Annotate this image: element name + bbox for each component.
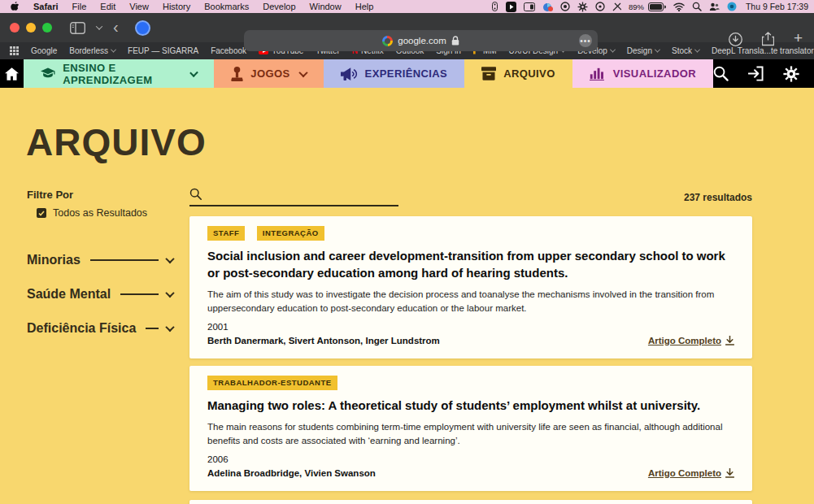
tag-integracao[interactable]: INTEGRAÇÃO: [257, 226, 324, 241]
target-status-icon[interactable]: [560, 2, 570, 11]
article-year: 2006: [207, 454, 734, 464]
filter-sidebar: Filtre Por Todos as Resultados Minorias …: [27, 189, 173, 336]
window-controls: [0, 23, 52, 33]
search-row: 237 resultados: [189, 185, 752, 206]
article-abstract: The main reasons for students combining …: [207, 420, 734, 449]
app-status-icon[interactable]: [727, 2, 737, 11]
frequently-visited-icon[interactable]: [10, 46, 19, 56]
bookmark-design[interactable]: Design: [627, 46, 659, 55]
all-results-checkbox-row[interactable]: Todos as Resultados: [37, 207, 173, 219]
bookmark-deepl[interactable]: DeepL Transla...te translator: [712, 46, 814, 55]
results-area: 237 resultados STAFF INTEGRAÇÃO Social i…: [189, 185, 752, 504]
bookmark-facebook[interactable]: Facebook: [211, 46, 246, 55]
menu-file[interactable]: File: [72, 2, 87, 11]
settings-status-icon[interactable]: [577, 2, 588, 11]
macos-menubar: Safari File Edit View History Bookmarks …: [0, 0, 814, 13]
article-card: GÉNERO: [189, 500, 752, 504]
search-icon[interactable]: [713, 66, 729, 81]
bookmark-borderless[interactable]: Borderless: [69, 46, 115, 55]
menu-edit[interactable]: Edit: [100, 2, 115, 11]
sign-in-icon[interactable]: [748, 66, 764, 81]
nav-experiencias[interactable]: EXPERIÊNCIAS: [324, 59, 465, 88]
apple-logo-icon[interactable]: [11, 2, 20, 11]
lock-icon: [451, 36, 459, 46]
chevron-down-icon[interactable]: [165, 254, 174, 263]
divider-line: [120, 293, 159, 295]
menu-app-name[interactable]: Safari: [33, 2, 59, 11]
filter-saude-mental[interactable]: Saúde Mental: [27, 287, 173, 302]
screenshot-app-icon[interactable]: [506, 2, 516, 11]
menu-help[interactable]: Help: [355, 2, 374, 11]
bar-chart-icon: [590, 67, 606, 80]
record-status-icon[interactable]: [595, 2, 605, 11]
home-button[interactable]: [0, 59, 24, 88]
nav-jogos[interactable]: JOGOS: [214, 59, 323, 88]
results-count: 237 resultados: [684, 192, 752, 203]
new-tab-button[interactable]: +: [794, 30, 803, 46]
chevron-down-icon[interactable]: [165, 289, 174, 298]
search-icon[interactable]: [189, 188, 202, 201]
minimize-window-button[interactable]: [26, 23, 36, 33]
full-article-link[interactable]: Artigo Completo: [648, 468, 734, 478]
chevron-down-icon: [694, 47, 700, 53]
article-year: 2001: [207, 322, 734, 332]
bookmark-stock[interactable]: Stock: [672, 46, 699, 55]
tag-trabalhador-estudante[interactable]: TRABALHADOR-ESTUDANTE: [207, 376, 337, 390]
address-bar[interactable]: google.com •••: [244, 30, 598, 51]
all-results-label: Todos as Resultados: [53, 207, 147, 219]
menu-history[interactable]: History: [163, 2, 190, 11]
battery-percent: 89%: [629, 2, 644, 11]
sidebar-toggle-icon[interactable]: [70, 23, 85, 33]
google-favicon: [382, 36, 393, 46]
filter-minorias[interactable]: Minorias: [27, 253, 173, 267]
menu-develop[interactable]: Develop: [263, 2, 295, 11]
megaphone-icon: [341, 67, 358, 81]
gear-icon[interactable]: [783, 66, 799, 82]
display-status-icon[interactable]: [524, 2, 535, 11]
full-article-link[interactable]: Artigo Completo: [648, 336, 734, 345]
article-card: STAFF INTEGRAÇÃO Social inclusion and ca…: [189, 216, 752, 358]
download-icon: [725, 336, 734, 345]
search-input[interactable]: [189, 205, 398, 206]
chevron-down-icon[interactable]: [165, 323, 174, 332]
checkbox-checked-icon[interactable]: [37, 208, 46, 218]
menu-window[interactable]: Window: [310, 2, 342, 11]
divider-line: [90, 259, 159, 261]
graduation-cap-icon: [41, 67, 55, 80]
nav-ensino-e-aprendizagem[interactable]: ENSINO E APRENDIZAGEM: [24, 59, 214, 88]
browser-notification-icon[interactable]: [542, 2, 553, 11]
sidebar-chevron-icon[interactable]: [96, 23, 102, 29]
wifi-icon[interactable]: [673, 2, 685, 11]
bookmark-google[interactable]: Google: [31, 46, 57, 55]
chevron-down-icon: [111, 47, 116, 53]
zoom-window-button[interactable]: [42, 23, 52, 33]
user-switch-icon[interactable]: [709, 2, 720, 11]
nav-visualizador[interactable]: VISUALIZADOR: [572, 59, 713, 88]
home-icon: [5, 67, 19, 80]
safari-toolbar: ‹ google.com ••• +: [0, 13, 814, 42]
back-button[interactable]: ‹: [113, 19, 119, 35]
spotlight-icon[interactable]: [692, 2, 702, 11]
article-title: Social inclusion and career development-…: [207, 247, 734, 281]
tag-staff[interactable]: STAFF: [207, 226, 245, 241]
menu-bookmarks[interactable]: Bookmarks: [204, 2, 249, 11]
article-authors: Adelina Broadbridge, Vivien Swanson: [207, 468, 376, 478]
url-text: google.com: [398, 36, 446, 46]
shortcut-status-icon[interactable]: [612, 2, 621, 11]
nav-arquivo[interactable]: ARQUIVO: [464, 59, 572, 88]
filter-heading: Filtre Por: [27, 189, 173, 201]
menubar-clock[interactable]: Thu 9 Feb 17:39: [746, 2, 808, 11]
archive-box-icon: [481, 67, 496, 80]
article-abstract: The aim of this study was to investigate…: [207, 288, 734, 316]
battery-icon[interactable]: [648, 2, 666, 11]
menu-view[interactable]: View: [129, 2, 149, 11]
extension-circle-icon[interactable]: [135, 20, 150, 36]
keyboard-status-icon[interactable]: [491, 2, 498, 11]
bookmark-feup-sigarra[interactable]: FEUP — SIGARRA: [128, 46, 198, 55]
close-window-button[interactable]: [10, 23, 20, 33]
downloads-icon[interactable]: [729, 34, 742, 44]
share-icon[interactable]: [762, 34, 774, 44]
filter-deficiencia-fisica[interactable]: Deficiência Física: [27, 321, 173, 336]
page-settings-icon[interactable]: •••: [579, 34, 592, 47]
download-icon: [725, 468, 734, 478]
